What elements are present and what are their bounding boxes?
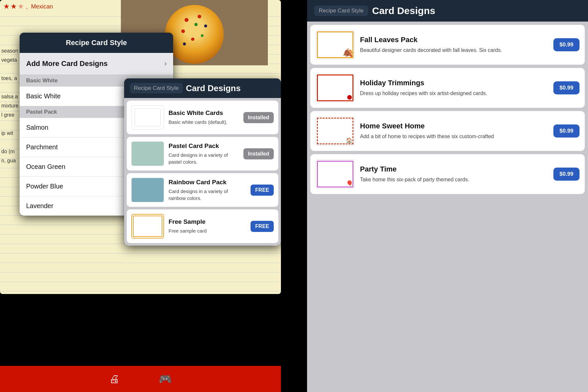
design-info-free-sample: Free Sample Free sample card	[169, 218, 246, 234]
panel-right-header: Recipe Card Style Card Designs	[307, 0, 588, 22]
right-desc-holiday-trimmings: Dress up holiday recipes with six artist…	[360, 90, 548, 97]
bottom-toolbar: 🖨 🎮	[0, 366, 281, 392]
design-info-rainbow: Rainbow Card Pack Card designs in a vari…	[169, 179, 246, 202]
star-2: ★	[10, 2, 17, 11]
design-title-rainbow: Rainbow Card Pack	[169, 179, 246, 186]
design-btn-pastel[interactable]: Installed	[243, 148, 274, 159]
right-info-fall-leaves: Fall Leaves Pack Beautiful designer card…	[360, 36, 548, 54]
design-item-rainbow: Rainbow Card Pack Card designs in a vari…	[127, 173, 278, 207]
panel-mid-header: Recipe Card Style Card Designs	[124, 78, 281, 98]
panel-left-header: Recipe Card Style	[20, 33, 173, 53]
right-title-home-sweet-home: Home Sweet Home	[360, 122, 548, 130]
design-title-free-sample: Free Sample	[169, 218, 246, 225]
right-info-holiday-trimmings: Holiday Trimmings Dress up holiday recip…	[360, 79, 548, 97]
right-info-home-sweet-home: Home Sweet Home Add a bit of home to rec…	[360, 122, 548, 140]
right-desc-fall-leaves: Beautiful designer cards decorated with …	[360, 47, 548, 54]
panel-mid-body: Basic White Cards Basic white cards (def…	[124, 98, 281, 246]
design-thumb-rainbow	[131, 178, 164, 202]
panel-right-sub-label: Recipe Card Style	[314, 6, 368, 16]
right-item-holiday-trimmings: Holiday Trimmings Dress up holiday recip…	[310, 68, 585, 108]
design-title-pastel: Pastel Card Pack	[169, 142, 239, 150]
star-separator: ,	[26, 3, 28, 10]
right-item-fall-leaves: 🍂 Fall Leaves Pack Beautiful designer ca…	[310, 25, 585, 65]
add-more-label: Add More Card Designs	[26, 59, 107, 68]
design-btn-basic-white[interactable]: Installed	[243, 112, 274, 123]
games-icon[interactable]: 🎮	[159, 373, 172, 385]
design-title-basic-white: Basic White Cards	[169, 109, 239, 117]
design-item-basic-white: Basic White Cards Basic white cards (def…	[127, 101, 278, 134]
right-item-home-sweet-home: 🏠 Home Sweet Home Add a bit of home to r…	[310, 111, 585, 151]
design-item-free-sample: Free Sample Free sample card FREE	[127, 209, 278, 243]
right-btn-fall-leaves[interactable]: $0.99	[553, 38, 580, 51]
star-3: ★	[18, 2, 24, 11]
design-info-basic-white: Basic White Cards Basic white cards (def…	[169, 109, 239, 125]
right-desc-home-sweet-home: Add a bit of home to recipes with these …	[360, 133, 548, 140]
panel-right-title: Card Designs	[372, 5, 435, 16]
design-thumb-free-sample	[131, 214, 164, 238]
chevron-right-icon: ›	[164, 59, 167, 68]
right-btn-party-time[interactable]: $0.99	[553, 168, 580, 181]
panel-card-designs-mid: Recipe Card Style Card Designs Basic Whi…	[124, 78, 281, 246]
panel-mid-sub-label: Recipe Card Style	[130, 83, 183, 93]
design-desc-basic-white: Basic white cards (default).	[169, 119, 239, 125]
cuisine-label: Mexican	[31, 3, 53, 10]
add-more-card-designs-row[interactable]: Add More Card Designs ›	[20, 53, 173, 75]
rating-bar: ★ ★ ★ , Mexican	[0, 0, 121, 13]
right-btn-home-sweet-home[interactable]: $0.99	[553, 124, 580, 138]
panel-card-designs-right: Recipe Card Style Card Designs 🍂 Fall Le…	[307, 0, 588, 392]
right-item-party-time: 🎈 Party Time Take home this six-pack of …	[310, 154, 585, 194]
print-icon[interactable]: 🖨	[109, 373, 120, 385]
panel-right-body: 🍂 Fall Leaves Pack Beautiful designer ca…	[307, 22, 588, 392]
star-1: ★	[3, 2, 10, 11]
right-info-party-time: Party Time Take home this six-pack of pa…	[360, 165, 548, 183]
design-desc-pastel: Card designs in a variety of pastel colo…	[169, 152, 239, 165]
design-desc-rainbow: Card designs in a variety of rainbow col…	[169, 188, 246, 202]
right-title-holiday-trimmings: Holiday Trimmings	[360, 79, 548, 87]
right-thumb-party-time: 🎈	[316, 159, 355, 189]
right-thumb-holiday-trimmings	[316, 73, 355, 103]
right-desc-party-time: Take home this six-pack of party themed …	[360, 176, 548, 183]
design-item-pastel: Pastel Card Pack Card designs in a varie…	[127, 137, 278, 171]
panel-mid-title: Card Designs	[186, 83, 241, 93]
panel-left-title: Recipe Card Style	[66, 39, 127, 47]
design-btn-free-sample[interactable]: FREE	[251, 221, 274, 232]
right-thumb-home-sweet-home: 🏠	[316, 116, 355, 146]
right-btn-holiday-trimmings[interactable]: $0.99	[553, 81, 580, 94]
design-thumb-basic-white	[131, 105, 164, 130]
design-desc-free-sample: Free sample card	[169, 227, 246, 234]
design-thumb-pastel	[131, 141, 164, 166]
design-btn-rainbow[interactable]: FREE	[251, 185, 274, 196]
right-title-party-time: Party Time	[360, 165, 548, 173]
right-body-filler	[310, 197, 585, 389]
right-thumb-fall-leaves: 🍂	[316, 30, 355, 59]
right-title-fall-leaves: Fall Leaves Pack	[360, 36, 548, 44]
design-info-pastel: Pastel Card Pack Card designs in a varie…	[169, 142, 239, 165]
